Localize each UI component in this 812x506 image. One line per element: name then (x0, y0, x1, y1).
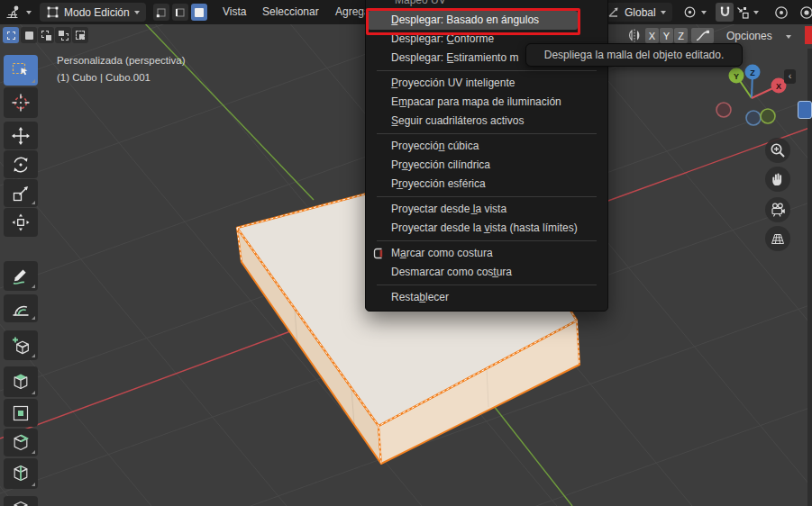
mirror-y-button[interactable]: Y (660, 28, 673, 43)
perspective-toggle-button[interactable] (765, 226, 790, 251)
mirror-button[interactable] (626, 28, 643, 43)
tooltip: Despliega la malla del objeto editado. (525, 43, 743, 67)
select-invert-icon (59, 31, 68, 41)
select-extend-icon (25, 32, 33, 40)
transform-icon (10, 212, 32, 233)
tool-rotate-button[interactable] (4, 150, 38, 178)
mode-selector-label: Modo Edición (64, 6, 130, 19)
tool-move-button[interactable] (4, 122, 38, 149)
gizmo-x-label: X (776, 82, 781, 91)
chevron-down-icon (661, 11, 666, 17)
tool-add-cube-button[interactable] (4, 330, 38, 360)
transform-orientation-selector[interactable]: Global (600, 3, 672, 22)
chevron-down-icon (786, 35, 791, 41)
menu-item-lightmap-pack[interactable]: Em̲pacar para mapa de iluminación (366, 93, 607, 112)
options-dropdown[interactable]: Opciones (726, 30, 772, 42)
editor-type-3d-viewport-icon (5, 4, 23, 22)
tool-inset-faces-button[interactable] (4, 399, 38, 427)
select-subtract-icon (41, 31, 51, 41)
grid-dome-icon (769, 230, 787, 248)
gizmo-x-neg-axis[interactable] (716, 103, 731, 117)
knife-icon (10, 499, 32, 506)
region-collapse-arrow[interactable]: ‹ (784, 69, 796, 84)
menu-item-cube-projection[interactable]: Proyección̲ cúbica (366, 137, 607, 156)
gizmo-z-neg-axis[interactable] (746, 111, 761, 125)
tool-bevel-button[interactable] (4, 429, 38, 456)
vertex-select-icon (156, 7, 167, 18)
face-select-mode-button[interactable] (191, 4, 207, 21)
face-select-icon (195, 8, 204, 17)
gizmo-y-neg-axis[interactable] (761, 109, 775, 123)
mirror-z-button[interactable]: Z (674, 28, 688, 43)
select-mode-intersect-button[interactable] (72, 27, 88, 43)
mode-selector[interactable]: Modo Edición (40, 3, 146, 22)
zoom-button[interactable] (765, 138, 790, 163)
pivot-point-icon (682, 5, 698, 20)
mark-seam-icon (372, 247, 386, 263)
menu-separator (377, 285, 597, 285)
gizmo-y-label: Y (734, 72, 739, 81)
edge-select-mode-button[interactable] (172, 4, 188, 21)
annotate-pencil-icon (10, 266, 32, 287)
clipped-header-button[interactable] (798, 3, 812, 22)
tool-measure-button[interactable] (4, 294, 38, 322)
mirror-x-button[interactable]: X (645, 28, 659, 43)
pan-button[interactable] (765, 167, 790, 192)
edge-select-icon (175, 7, 186, 18)
annotation-highlight-box (366, 8, 580, 35)
tool-scale-button[interactable] (4, 179, 38, 207)
select-mode-subtract-button[interactable] (38, 27, 54, 43)
snap-toggle-button[interactable] (716, 3, 734, 22)
menu-item-clear-seam[interactable]: Desmarcar como cost̲ura (366, 263, 607, 282)
menu-separator (377, 70, 597, 71)
3d-cursor-icon (10, 92, 32, 113)
vertex-select-mode-button[interactable] (153, 4, 169, 21)
tooltip-text: Despliega la malla del objeto editado. (544, 49, 724, 61)
select-mode-new-button[interactable] (3, 27, 19, 43)
menu-item-follow-active-quads[interactable]: S̲eguir cuadriláteros activos (366, 112, 607, 131)
menu-vista[interactable]: Vista (223, 5, 246, 18)
snap-target-icon (735, 5, 750, 20)
menu-item-smart-uv-project[interactable]: P̲royección UV inteligente (366, 74, 607, 93)
tool-annotate-button[interactable] (4, 261, 38, 291)
view-name-label: Personalizada (perspectiva) (57, 55, 186, 66)
menu-item-project-from-view-bounds[interactable]: Proyectar desde la v̲ista (hasta límites… (366, 219, 607, 238)
falloff-icon (695, 29, 710, 42)
menu-separator (377, 196, 597, 197)
menu-seleccionar[interactable]: Seleccionar (262, 5, 319, 18)
editor-type-button[interactable] (5, 3, 32, 22)
menu-item-project-from-view[interactable]: Proyectar desde l̲a vista (366, 200, 607, 219)
clipped-sidebar-tab-icon[interactable] (798, 101, 812, 119)
proportional-editing-button[interactable] (773, 3, 789, 22)
menu-item-cylinder-projection[interactable]: Pro̲yección cilíndrica (366, 156, 607, 175)
tool-transform-button[interactable] (4, 208, 38, 237)
tool-loop-cut-button[interactable] (4, 458, 38, 489)
edit-mode-icon (46, 5, 59, 19)
zoom-in-icon (769, 141, 787, 159)
camera-view-button[interactable] (765, 197, 790, 222)
menu-item-mark-seam[interactable]: Ma̲rcar como costura (366, 244, 607, 263)
snap-magnet-icon (718, 5, 732, 19)
select-intersect-icon (76, 31, 86, 41)
snap-target-selector[interactable] (735, 3, 759, 22)
chevron-down-icon (701, 11, 707, 17)
transform-orientation-icon (607, 5, 620, 19)
select-mode-invert-button[interactable] (55, 27, 71, 43)
menu-separator (377, 133, 597, 134)
menu-separator (377, 240, 597, 241)
tool-knife-button[interactable] (4, 496, 38, 506)
tool-select-box-button[interactable] (4, 55, 38, 86)
pivot-point-selector[interactable] (682, 3, 707, 22)
falloff-button[interactable] (691, 28, 714, 43)
hand-icon (770, 171, 786, 187)
select-mode-extend-button[interactable] (21, 27, 37, 43)
select-box-icon (10, 59, 32, 81)
add-cube-icon (10, 335, 32, 357)
gizmo-z-label: Z (750, 68, 755, 77)
tool-extrude-region-button[interactable] (4, 366, 38, 397)
menu-item-reset[interactable]: Restab̲lecer (366, 288, 607, 307)
clipped-circle-icon (798, 5, 812, 21)
menu-item-sphere-projection[interactable]: Pr̲oyección esférica (366, 175, 607, 194)
view-navigation-gizmo[interactable]: Y Z X (715, 58, 805, 128)
tool-cursor-button[interactable] (4, 87, 38, 118)
